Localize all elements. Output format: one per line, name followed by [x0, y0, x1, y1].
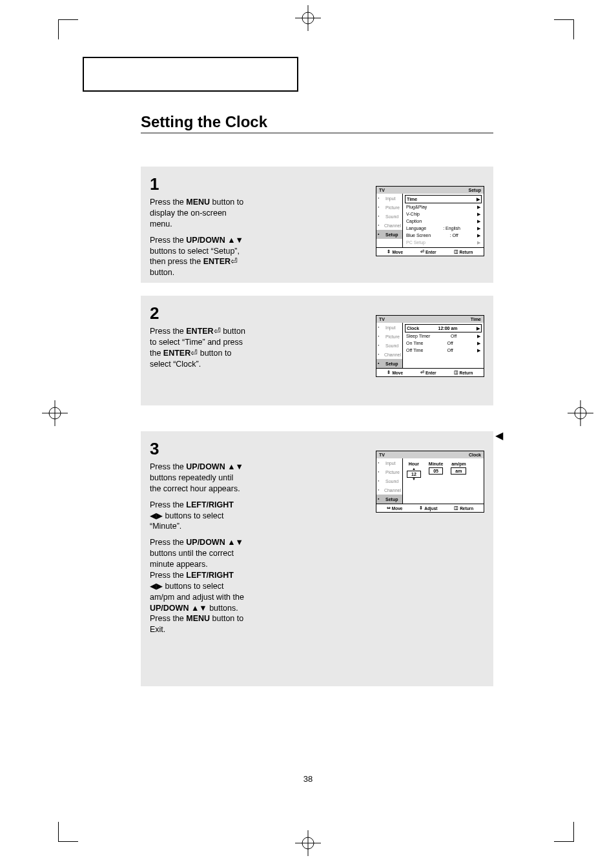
clock-col-minute: Minute05 — [429, 462, 444, 481]
crop-mark — [58, 19, 78, 39]
osd-section: Setup — [469, 188, 481, 192]
crop-mark — [58, 822, 78, 842]
footer-move: ⇕ Move — [387, 249, 403, 254]
osd-tab-picture: ▪Picture — [376, 203, 402, 212]
side-arrow-icon: ◀ — [495, 429, 503, 442]
footer-move: ⇔ Move — [387, 506, 403, 511]
footer-move: ⇕ Move — [387, 370, 403, 375]
osd-tab-sound: ▪Sound — [376, 476, 402, 485]
osd-row: Language: English▶ — [405, 225, 482, 232]
registration-mark-icon — [295, 5, 321, 31]
divider — [141, 132, 493, 134]
osd-row: V-Chip▶ — [405, 210, 482, 218]
crop-mark — [554, 19, 574, 39]
osd-section: Time — [471, 317, 481, 322]
osd-tabs: ▪Input▪Picture▪Sound▪Channel▪Setup — [376, 458, 403, 504]
osd-tab-sound: ▪Sound — [376, 212, 402, 221]
footer-return: ◫ Return — [454, 506, 473, 511]
clock-col-am/pm: am/pmam — [451, 462, 466, 481]
footer-return: ◫ Return — [454, 249, 473, 254]
osd-tab-input: ▪Input — [376, 323, 402, 332]
osd-clock-cols: Hour▲12▼Minute05am/pmam — [403, 458, 484, 504]
step-block-1: 1 Press the MENU button to display the o… — [141, 167, 493, 283]
registration-mark-icon — [568, 400, 593, 426]
osd-row: Plug&Play▶ — [405, 203, 482, 210]
osd-row: Clock12:00 am▶ — [405, 324, 482, 332]
page-title: Setting the Clock — [141, 113, 267, 131]
osd-tab-setup: ▪Setup — [376, 359, 402, 368]
osd-tab-sound: ▪Sound — [376, 341, 402, 350]
osd-title: TV — [379, 317, 385, 322]
osd-clock-menu: TV Clock ▪Input▪Picture▪Sound▪Channel▪Se… — [376, 451, 484, 513]
osd-tab-channel: ▪Channel — [376, 221, 402, 230]
osd-row: On TimeOff▶ — [405, 340, 482, 347]
footer-adjust: ⇕ Adjust — [419, 506, 437, 511]
osd-row: Caption▶ — [405, 218, 482, 225]
osd-title: TV — [379, 453, 385, 457]
osd-setup-menu: TV Setup ▪Input▪Picture▪Sound▪Channel▪Se… — [376, 186, 484, 256]
osd-tab-channel: ▪Channel — [376, 485, 402, 495]
manual-page: Setting the Clock ◀ 1 Press the MENU but… — [0, 0, 616, 858]
crop-mark — [554, 822, 574, 842]
osd-menu-rows: Clock12:00 am▶Sleep TimerOff▶On TimeOff▶… — [403, 323, 484, 368]
osd-row: PC Setup▶ — [405, 239, 482, 246]
osd-time-menu: TV Time ▪Input▪Picture▪Sound▪Channel▪Set… — [376, 315, 484, 377]
osd-tab-setup: ▪Setup — [376, 495, 402, 504]
osd-section: Clock — [469, 453, 481, 457]
osd-tabs: ▪Input▪Picture▪Sound▪Channel▪Setup — [376, 323, 403, 368]
osd-title: TV — [379, 188, 385, 192]
footer-return: ◫ Return — [454, 370, 473, 375]
step-block-2: 2 Press the ENTER⏎ button to select “Tim… — [141, 296, 493, 405]
registration-mark-icon — [295, 830, 321, 856]
osd-menu-rows: Time▶Plug&Play▶V-Chip▶Caption▶Language: … — [403, 194, 484, 247]
osd-tabs: ▪Input▪Picture▪Sound▪Channel▪Setup — [376, 194, 403, 247]
osd-row: Blue Screen: Off▶ — [405, 232, 482, 239]
footer-enter: ⏎ Enter — [420, 249, 436, 254]
step-block-3: 3 Press the UP/DOWN ▲▼ buttons repeatedl… — [141, 431, 493, 686]
header-box — [83, 57, 298, 92]
registration-mark-icon — [42, 400, 68, 426]
osd-row: Sleep TimerOff▶ — [405, 332, 482, 340]
clock-col-hour: Hour▲12▼ — [407, 462, 421, 481]
step-text: Press the ENTER⏎ button to select “Time”… — [150, 326, 247, 370]
osd-tab-input: ▪Input — [376, 458, 402, 467]
footer-enter: ⏎ Enter — [420, 370, 436, 375]
osd-row: Time▶ — [405, 195, 482, 203]
step-text: Press the UP/DOWN ▲▼ buttons repeatedly … — [150, 462, 247, 635]
osd-tab-picture: ▪Picture — [376, 467, 402, 476]
osd-row: Off TimeOff▶ — [405, 347, 482, 354]
osd-tab-picture: ▪Picture — [376, 332, 402, 341]
step-text: Press the MENU button to display the on-… — [150, 197, 247, 278]
osd-tab-input: ▪Input — [376, 194, 402, 203]
osd-tab-setup: ▪Setup — [376, 230, 402, 239]
osd-tab-channel: ▪Channel — [376, 350, 402, 359]
page-number: 38 — [303, 774, 313, 784]
